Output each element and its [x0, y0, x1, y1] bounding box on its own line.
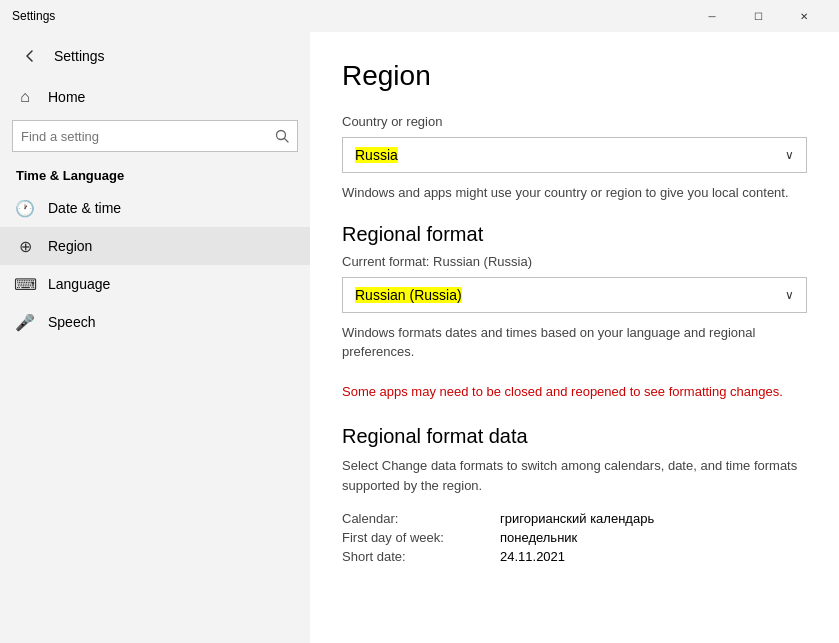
country-value: Russia [355, 147, 398, 163]
app-body: Settings ⌂ Home Time & Language 🕐 Date &… [0, 32, 839, 643]
calendar-label: Calendar: [342, 511, 492, 526]
titlebar-title: Settings [12, 9, 55, 23]
search-input[interactable] [21, 129, 269, 144]
format-dropdown[interactable]: Russian (Russia) ∨ [342, 277, 807, 313]
country-dropdown[interactable]: Russia ∨ [342, 137, 807, 173]
short-date-value: 24.11.2021 [500, 549, 807, 564]
short-date-label: Short date: [342, 549, 492, 564]
sidebar-home-item[interactable]: ⌂ Home [0, 80, 310, 114]
format-data-title: Regional format data [342, 425, 807, 448]
region-icon: ⊕ [16, 237, 34, 255]
sidebar-item-date-time[interactable]: 🕐 Date & time [0, 189, 310, 227]
titlebar: Settings ─ ☐ ✕ [0, 0, 839, 32]
content-area: Region Country or region Russia ∨ Window… [310, 32, 839, 643]
format-data-section: Regional format data Select Change data … [342, 425, 807, 564]
speech-icon: 🎤 [16, 313, 34, 331]
regional-format-title: Regional format [342, 223, 807, 246]
svg-line-1 [285, 139, 289, 143]
minimize-button[interactable]: ─ [689, 0, 735, 32]
country-label: Country or region [342, 114, 807, 129]
format-info-text: Windows formats dates and times based on… [342, 323, 807, 362]
language-label: Language [48, 276, 110, 292]
sidebar-section-label: Time & Language [0, 158, 310, 189]
sidebar-item-language[interactable]: ⌨ Language [0, 265, 310, 303]
date-time-icon: 🕐 [16, 199, 34, 217]
sidebar-app-title: Settings [54, 48, 105, 64]
calendar-value: григорианский календарь [500, 511, 807, 526]
sidebar: Settings ⌂ Home Time & Language 🕐 Date &… [0, 32, 310, 643]
back-button[interactable] [16, 42, 44, 70]
speech-label: Speech [48, 314, 95, 330]
maximize-button[interactable]: ☐ [735, 0, 781, 32]
data-table: Calendar: григорианский календарь First … [342, 511, 807, 564]
date-time-label: Date & time [48, 200, 121, 216]
region-label: Region [48, 238, 92, 254]
format-data-desc: Select Change data formats to switch amo… [342, 456, 807, 495]
home-icon: ⌂ [16, 88, 34, 106]
titlebar-controls: ─ ☐ ✕ [689, 0, 827, 32]
sidebar-home-label: Home [48, 89, 85, 105]
sidebar-item-region[interactable]: ⊕ Region [0, 227, 310, 265]
first-day-label: First day of week: [342, 530, 492, 545]
country-value-highlight: Russia [355, 147, 398, 163]
current-format-label: Current format: Russian (Russia) [342, 254, 807, 269]
sidebar-item-speech[interactable]: 🎤 Speech [0, 303, 310, 341]
page-title: Region [342, 60, 807, 92]
titlebar-left: Settings [12, 9, 55, 23]
format-value: Russian (Russia) [355, 287, 462, 303]
format-warning-text: Some apps may need to be closed and reop… [342, 382, 807, 402]
country-chevron-icon: ∨ [785, 148, 794, 162]
format-value-highlight: Russian (Russia) [355, 287, 462, 303]
format-chevron-icon: ∨ [785, 288, 794, 302]
country-info-text: Windows and apps might use your country … [342, 183, 807, 203]
search-icon [275, 129, 289, 143]
language-icon: ⌨ [16, 275, 34, 293]
first-day-value: понедельник [500, 530, 807, 545]
close-button[interactable]: ✕ [781, 0, 827, 32]
sidebar-nav-top: Settings [0, 32, 310, 80]
back-icon [24, 50, 36, 62]
search-box[interactable] [12, 120, 298, 152]
